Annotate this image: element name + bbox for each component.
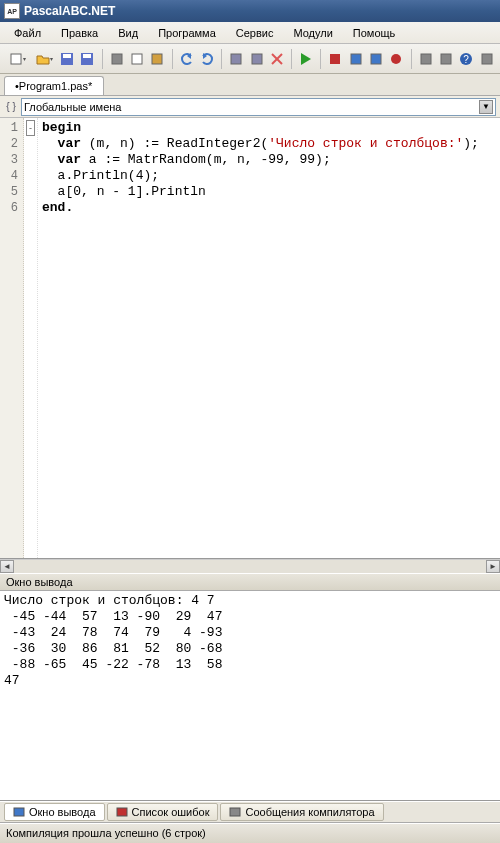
- tile-button[interactable]: [227, 48, 245, 70]
- line-number: 1: [0, 120, 23, 136]
- toolbar: ?: [0, 44, 500, 74]
- menu-программа[interactable]: Программа: [148, 24, 226, 42]
- menu-правка[interactable]: Правка: [51, 24, 108, 42]
- status-bar: Компиляция прошла успешно (6 строк): [0, 823, 500, 843]
- options-button[interactable]: [478, 48, 496, 70]
- fold-cell: [24, 168, 37, 184]
- save-button[interactable]: [58, 48, 76, 70]
- help-button[interactable]: ?: [457, 48, 475, 70]
- mode-normal-button[interactable]: [416, 48, 434, 70]
- svg-rect-4: [83, 54, 91, 58]
- code-editor[interactable]: 123456 - begin var (m, n) := ReadInteger…: [0, 118, 500, 559]
- chevron-down-icon: ▼: [479, 100, 493, 114]
- redo-button[interactable]: [198, 48, 216, 70]
- new-button[interactable]: [4, 48, 29, 70]
- svg-rect-10: [231, 54, 241, 64]
- toolbar-separator: [411, 49, 412, 69]
- stop-icon: [327, 51, 343, 67]
- svg-rect-5: [112, 54, 122, 64]
- fold-column: -: [24, 118, 38, 558]
- toolbar-separator: [102, 49, 103, 69]
- copy-button[interactable]: [128, 48, 146, 70]
- breakpoint-button[interactable]: [387, 48, 405, 70]
- close-icon: [269, 51, 285, 67]
- svg-point-18: [391, 54, 401, 64]
- code-line: var (m, n) := ReadInteger2('Число строк …: [42, 136, 496, 152]
- saveall-icon: [79, 51, 95, 67]
- code-line: begin: [42, 120, 496, 136]
- line-number: 5: [0, 184, 23, 200]
- menu-вид[interactable]: Вид: [108, 24, 148, 42]
- stepover-button[interactable]: [367, 48, 385, 70]
- svg-rect-7: [152, 54, 162, 64]
- svg-rect-19: [421, 54, 431, 64]
- scope-value: Глобальные имена: [24, 101, 122, 113]
- editor-tab-label: •Program1.pas*: [15, 80, 92, 92]
- fold-cell: [24, 184, 37, 200]
- cascade-icon: [249, 51, 265, 67]
- bottom-tab-err[interactable]: Список ошибок: [107, 803, 219, 821]
- scope-bar: { } Глобальные имена ▼: [0, 96, 500, 118]
- close-button[interactable]: [268, 48, 286, 70]
- fold-cell: [24, 136, 37, 152]
- svg-rect-20: [441, 54, 451, 64]
- editor-tabstrip: •Program1.pas*: [0, 74, 500, 96]
- menu-файл[interactable]: Файл: [4, 24, 51, 42]
- toolbar-separator: [320, 49, 321, 69]
- svg-rect-0: [11, 54, 21, 64]
- mode-normal-icon: [418, 51, 434, 67]
- svg-rect-24: [14, 808, 24, 816]
- output-pane[interactable]: Число строк и столбцов: 4 7 -45 -44 57 1…: [0, 591, 500, 801]
- svg-rect-26: [230, 808, 240, 816]
- menu-помощь[interactable]: Помощь: [343, 24, 406, 42]
- bottom-tab-label: Список ошибок: [132, 806, 210, 818]
- cut-icon: [109, 51, 125, 67]
- bottom-tab-label: Сообщения компилятора: [245, 806, 374, 818]
- bottom-tab-out[interactable]: Окно вывода: [4, 803, 105, 821]
- mode-expand-button[interactable]: [437, 48, 455, 70]
- stepover-icon: [368, 51, 384, 67]
- open-icon: [35, 51, 51, 67]
- cut-button[interactable]: [107, 48, 125, 70]
- scroll-track[interactable]: [14, 560, 486, 573]
- scroll-right-button[interactable]: ►: [486, 560, 500, 573]
- bottom-tab-msg[interactable]: Сообщения компилятора: [220, 803, 383, 821]
- line-number: 3: [0, 152, 23, 168]
- save-icon: [59, 51, 75, 67]
- stepinto-icon: [348, 51, 364, 67]
- scope-dropdown[interactable]: Глобальные имена ▼: [21, 98, 496, 116]
- fold-cell: [24, 200, 37, 216]
- stop-button[interactable]: [326, 48, 344, 70]
- editor-tab-program1[interactable]: •Program1.pas*: [4, 76, 104, 95]
- options-icon: [479, 51, 495, 67]
- fold-toggle[interactable]: -: [26, 120, 35, 136]
- paste-icon: [149, 51, 165, 67]
- out-tab-icon: [13, 806, 25, 818]
- code-area[interactable]: begin var (m, n) := ReadInteger2('Число …: [38, 118, 500, 558]
- menu-модули[interactable]: Модули: [283, 24, 342, 42]
- svg-rect-17: [371, 54, 381, 64]
- scroll-left-button[interactable]: ◄: [0, 560, 14, 573]
- run-button[interactable]: [297, 48, 315, 70]
- menu-bar: ФайлПравкаВидПрограммаСервисМодулиПомощь: [0, 22, 500, 44]
- run-icon: [298, 51, 314, 67]
- undo-button[interactable]: [177, 48, 195, 70]
- bottom-tabstrip: Окно выводаСписок ошибокСообщения компил…: [0, 801, 500, 823]
- fold-cell: -: [24, 120, 37, 136]
- svg-text:?: ?: [464, 54, 470, 65]
- code-line: a.Println(4);: [42, 168, 496, 184]
- saveall-button[interactable]: [78, 48, 96, 70]
- new-icon: [8, 51, 24, 67]
- open-button[interactable]: [31, 48, 56, 70]
- app-icon: AP: [4, 3, 20, 19]
- cascade-button[interactable]: [247, 48, 265, 70]
- paste-button[interactable]: [148, 48, 166, 70]
- editor-hscrollbar[interactable]: ◄ ►: [0, 559, 500, 573]
- menu-сервис[interactable]: Сервис: [226, 24, 284, 42]
- status-text: Компиляция прошла успешно (6 строк): [6, 827, 206, 839]
- line-number: 4: [0, 168, 23, 184]
- toolbar-separator: [291, 49, 292, 69]
- stepinto-button[interactable]: [346, 48, 364, 70]
- svg-rect-25: [117, 808, 127, 816]
- undo-icon: [179, 51, 195, 67]
